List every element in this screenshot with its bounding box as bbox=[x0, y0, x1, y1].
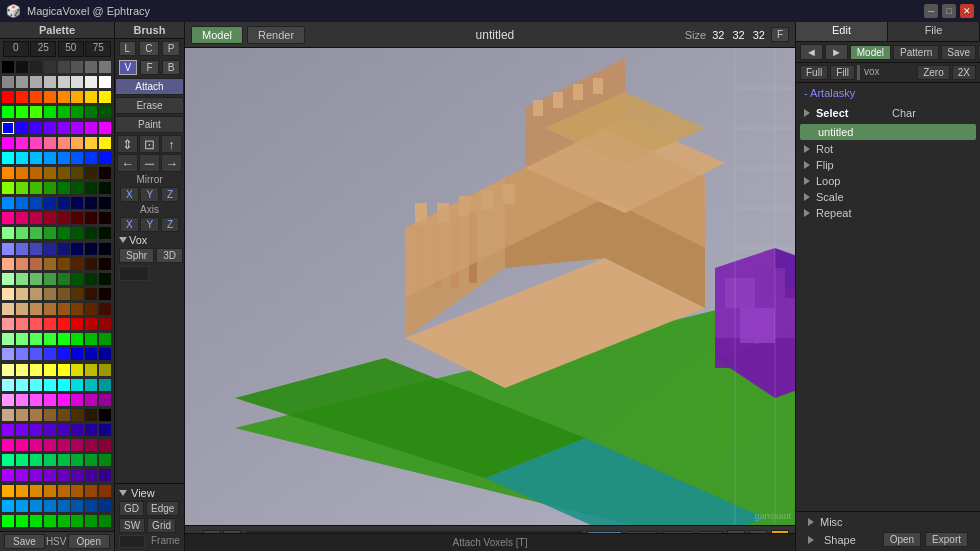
palette-cell-225[interactable] bbox=[16, 485, 28, 497]
palette-cell-129[interactable] bbox=[16, 303, 28, 315]
palette-cell-76[interactable] bbox=[58, 197, 70, 209]
palette-cell-236[interactable] bbox=[58, 500, 70, 512]
palette-cell-91[interactable] bbox=[44, 227, 56, 239]
palette-cell-191[interactable] bbox=[99, 409, 111, 421]
palette-cell-178[interactable] bbox=[30, 394, 42, 406]
palette-cell-230[interactable] bbox=[85, 485, 97, 497]
palette-cell-212[interactable] bbox=[58, 454, 70, 466]
zero-button[interactable]: Zero bbox=[917, 65, 950, 80]
palette-cell-192[interactable] bbox=[2, 424, 14, 436]
palette-cell-62[interactable] bbox=[85, 167, 97, 179]
palette-num-50[interactable]: 50 bbox=[58, 41, 84, 57]
palette-num-75[interactable]: 75 bbox=[85, 41, 111, 57]
redo-button[interactable]: ► bbox=[825, 44, 848, 60]
axis-y[interactable]: Y bbox=[140, 217, 159, 232]
palette-cell-126[interactable] bbox=[85, 288, 97, 300]
palette-cell-18[interactable] bbox=[30, 91, 42, 103]
palette-cell-185[interactable] bbox=[16, 409, 28, 421]
palette-cell-95[interactable] bbox=[99, 227, 111, 239]
palette-cell-209[interactable] bbox=[16, 454, 28, 466]
view-grid-btn[interactable]: Grid bbox=[147, 518, 176, 533]
brush-mode-c[interactable]: C bbox=[139, 41, 158, 56]
palette-cell-165[interactable] bbox=[71, 364, 83, 376]
palette-cell-140[interactable] bbox=[58, 318, 70, 330]
palette-cell-246[interactable] bbox=[85, 515, 97, 527]
palette-cell-123[interactable] bbox=[44, 288, 56, 300]
palette-cell-25[interactable] bbox=[16, 106, 28, 118]
palette-cell-184[interactable] bbox=[2, 409, 14, 421]
palette-cell-1[interactable] bbox=[16, 61, 28, 73]
palette-cell-84[interactable] bbox=[58, 212, 70, 224]
palette-cell-90[interactable] bbox=[30, 227, 42, 239]
select-section[interactable]: Select bbox=[800, 105, 888, 121]
palette-cell-172[interactable] bbox=[58, 379, 70, 391]
erase-button[interactable]: Erase bbox=[115, 97, 184, 114]
scale-row[interactable]: Scale bbox=[796, 189, 980, 205]
palette-cell-219[interactable] bbox=[44, 469, 56, 481]
palette-cell-245[interactable] bbox=[71, 515, 83, 527]
model-entry[interactable]: untitled bbox=[800, 124, 976, 140]
palette-cell-26[interactable] bbox=[30, 106, 42, 118]
palette-cell-106[interactable] bbox=[30, 258, 42, 270]
mirror-z[interactable]: Z bbox=[161, 187, 179, 202]
palette-cell-92[interactable] bbox=[58, 227, 70, 239]
palette-cell-50[interactable] bbox=[30, 152, 42, 164]
palette-cell-54[interactable] bbox=[85, 152, 97, 164]
palette-cell-67[interactable] bbox=[44, 182, 56, 194]
palette-cell-121[interactable] bbox=[16, 288, 28, 300]
palette-cell-221[interactable] bbox=[71, 469, 83, 481]
palette-cell-200[interactable] bbox=[2, 439, 14, 451]
palette-cell-214[interactable] bbox=[85, 454, 97, 466]
palette-cell-10[interactable] bbox=[30, 76, 42, 88]
palette-cell-96[interactable] bbox=[2, 243, 14, 255]
palette-cell-15[interactable] bbox=[99, 76, 111, 88]
palette-cell-180[interactable] bbox=[58, 394, 70, 406]
transform-right[interactable]: → bbox=[161, 154, 182, 172]
palette-cell-122[interactable] bbox=[30, 288, 42, 300]
palette-cell-39[interactable] bbox=[99, 122, 111, 134]
palette-cell-198[interactable] bbox=[85, 424, 97, 436]
palette-cell-204[interactable] bbox=[58, 439, 70, 451]
palette-cell-48[interactable] bbox=[2, 152, 14, 164]
palette-cell-205[interactable] bbox=[71, 439, 83, 451]
palette-cell-143[interactable] bbox=[99, 318, 111, 330]
palette-cell-57[interactable] bbox=[16, 167, 28, 179]
palette-cell-213[interactable] bbox=[71, 454, 83, 466]
palette-cell-60[interactable] bbox=[58, 167, 70, 179]
palette-num-25[interactable]: 25 bbox=[30, 41, 56, 57]
transform-move-v[interactable]: ⇕ bbox=[117, 135, 138, 153]
palette-cell-127[interactable] bbox=[99, 288, 111, 300]
render-tab[interactable]: Render bbox=[247, 26, 305, 44]
palette-cell-154[interactable] bbox=[30, 348, 42, 360]
palette-cell-74[interactable] bbox=[30, 197, 42, 209]
palette-cell-224[interactable] bbox=[2, 485, 14, 497]
brush-mode-f[interactable]: F bbox=[140, 60, 158, 75]
palette-cell-47[interactable] bbox=[99, 137, 111, 149]
palette-cell-173[interactable] bbox=[71, 379, 83, 391]
palette-cell-179[interactable] bbox=[44, 394, 56, 406]
palette-cell-35[interactable] bbox=[44, 122, 56, 134]
palette-cell-161[interactable] bbox=[16, 364, 28, 376]
palette-cell-181[interactable] bbox=[71, 394, 83, 406]
palette-cell-151[interactable] bbox=[99, 333, 111, 345]
palette-cell-68[interactable] bbox=[58, 182, 70, 194]
export-button[interactable]: Export bbox=[925, 532, 968, 547]
palette-cell-2[interactable] bbox=[30, 61, 42, 73]
palette-cell-193[interactable] bbox=[16, 424, 28, 436]
palette-cell-156[interactable] bbox=[58, 348, 70, 360]
palette-cell-77[interactable] bbox=[71, 197, 83, 209]
palette-cell-28[interactable] bbox=[58, 106, 70, 118]
palette-cell-195[interactable] bbox=[44, 424, 56, 436]
palette-cell-234[interactable] bbox=[30, 500, 42, 512]
palette-cell-83[interactable] bbox=[44, 212, 56, 224]
palette-cell-116[interactable] bbox=[58, 273, 70, 285]
palette-cell-94[interactable] bbox=[85, 227, 97, 239]
palette-cell-223[interactable] bbox=[99, 469, 111, 481]
palette-cell-166[interactable] bbox=[85, 364, 97, 376]
palette-cell-153[interactable] bbox=[16, 348, 28, 360]
file-tab[interactable]: File bbox=[888, 22, 980, 41]
palette-cell-247[interactable] bbox=[99, 515, 111, 527]
palette-cell-89[interactable] bbox=[16, 227, 28, 239]
palette-cell-70[interactable] bbox=[85, 182, 97, 194]
palette-cell-218[interactable] bbox=[30, 469, 42, 481]
